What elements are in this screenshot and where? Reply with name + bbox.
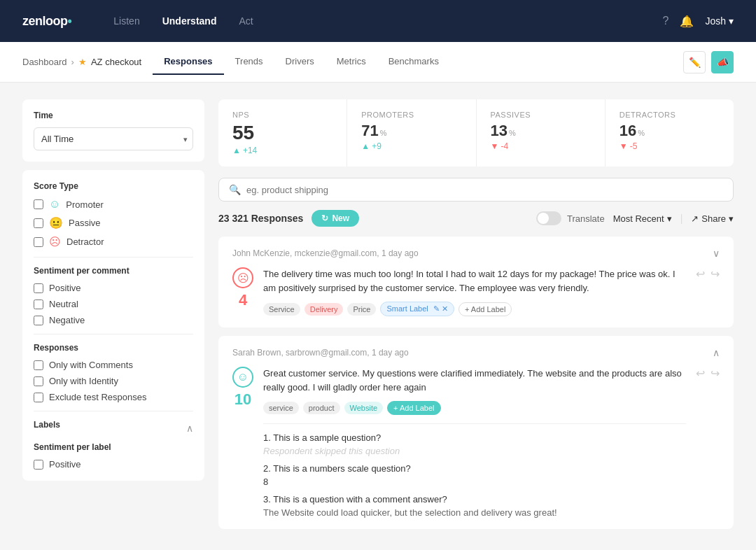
test-checkbox[interactable]	[34, 393, 43, 402]
bell-icon[interactable]: 🔔	[680, 15, 694, 28]
tab-metrics[interactable]: Metrics	[326, 49, 377, 75]
logo: zenloop•	[22, 14, 71, 29]
label-positive-checkbox[interactable]	[34, 460, 43, 470]
nps-change: ▲ +14	[232, 146, 332, 155]
question-1: 1. This is a sample question?	[263, 432, 686, 443]
detractor-label: Detractor	[66, 237, 104, 247]
add-label-button-2[interactable]: + Add Label	[387, 401, 440, 415]
nav-act[interactable]: Act	[239, 13, 253, 29]
new-label: New	[332, 213, 349, 223]
nav-understand[interactable]: Understand	[162, 13, 217, 29]
translate-switch[interactable]	[536, 211, 561, 225]
forward-icon-1[interactable]: ↪	[710, 267, 720, 281]
passives-num: 13	[491, 122, 507, 140]
label-website-2[interactable]: Website	[344, 402, 384, 414]
sidebar-score-section: Score Type ☺ Promoter 😐 Passive ☹ Detrac…	[22, 170, 204, 481]
label-service[interactable]: Service	[263, 303, 300, 316]
card-1-header: John McKenzie, mckenzie@gmail.com, 1 day…	[232, 248, 720, 259]
identity-checkbox[interactable]	[34, 376, 43, 386]
nav-listen[interactable]: Listen	[113, 13, 139, 29]
promoter-icon: ☺	[49, 198, 60, 211]
filter-comments[interactable]: Only with Comments	[34, 360, 193, 370]
breadcrumb-root[interactable]: Dashboard	[22, 57, 67, 67]
detractors-num: 16	[620, 122, 636, 140]
card-2-user: Sarah Brown	[232, 348, 281, 358]
card-2-time: 1 day ago	[372, 348, 409, 358]
labels-collapse-icon[interactable]: ∧	[186, 423, 193, 434]
tab-benchmarks[interactable]: Benchmarks	[377, 49, 450, 75]
promoters-change-value: +9	[372, 141, 382, 151]
card-1-text: The delivery time was much too long! In …	[263, 267, 686, 295]
reply-icon-1[interactable]: ↩	[696, 267, 705, 281]
card-1-score: ☹ 4	[232, 267, 253, 309]
sort-button[interactable]: Most Recent ▾	[613, 213, 672, 224]
score-passive[interactable]: 😐 Passive	[34, 216, 193, 230]
delete-label-icon[interactable]: ✕	[442, 304, 448, 313]
stat-promoters: Promoters 71% ▲ +9	[347, 99, 476, 167]
detractors-change-value: -5	[630, 141, 638, 151]
star-icon: ★	[78, 57, 87, 67]
card-2-collapse[interactable]: ∧	[713, 347, 720, 358]
passive-label: Passive	[69, 218, 101, 228]
card-1-meta: John McKenzie, mckenzie@gmail.com, 1 day…	[232, 248, 419, 258]
promoters-num: 71	[361, 122, 378, 140]
card-2-email: sarbrown@gmail.com	[286, 348, 367, 358]
add-label-button-1[interactable]: + Add Label	[458, 302, 512, 316]
sentiment-positive[interactable]: Positive	[34, 283, 193, 293]
broadcast-button[interactable]: 📣	[711, 51, 734, 73]
new-button[interactable]: ↻ New	[312, 210, 359, 227]
card-2-score: ☺ 10	[232, 367, 253, 409]
passives-change: ▼ -4	[491, 141, 591, 151]
label-smart: Smart Label ✎ ✕	[380, 302, 454, 316]
labels-label: Labels	[34, 420, 60, 430]
filter-identity[interactable]: Only with Identity	[34, 376, 193, 386]
score-type-label: Score Type	[34, 181, 193, 191]
score-detractor[interactable]: ☹ Detractor	[34, 235, 193, 248]
promoters-unit: %	[380, 129, 387, 137]
responses-filters: Only with Comments Only with Identity Ex…	[34, 360, 193, 402]
card-2-score-num: 10	[234, 390, 251, 409]
label-product-2[interactable]: product	[303, 402, 340, 414]
time-select[interactable]: All Time	[34, 127, 193, 150]
stats-row: NPS 55 ▲ +14 Promoters 71% ▲ +9 Passives	[218, 99, 734, 167]
sentiment-neutral[interactable]: Neutral	[34, 299, 193, 309]
detractor-checkbox[interactable]	[34, 237, 43, 247]
neutral-checkbox[interactable]	[34, 299, 43, 309]
card-1-collapse[interactable]: ∨	[713, 248, 720, 259]
promoter-checkbox[interactable]	[34, 199, 43, 209]
positive-checkbox[interactable]	[34, 283, 43, 293]
forward-icon-2[interactable]: ↪	[710, 367, 720, 380]
stat-nps: NPS 55 ▲ +14	[218, 99, 347, 167]
label-service-2[interactable]: service	[263, 402, 299, 414]
search-input[interactable]	[246, 185, 723, 195]
question-2: 2. This is a numbers scale question?	[263, 463, 686, 474]
tab-responses[interactable]: Responses	[153, 49, 223, 75]
time-select-wrapper: All Time ▾	[34, 127, 193, 150]
responses-toolbar: 23 321 Responses ↻ New Translate Most Re…	[218, 210, 734, 227]
comments-checkbox[interactable]	[34, 360, 43, 370]
share-button[interactable]: ↗ Share ▾	[691, 213, 734, 224]
user-menu[interactable]: Josh ▾	[705, 15, 734, 27]
card-2-body: ☺ 10 Great customer service. My question…	[232, 367, 720, 518]
label-positive[interactable]: Positive	[34, 459, 193, 470]
tab-drivers[interactable]: Drivers	[274, 49, 326, 75]
card-1-body: ☹ 4 The delivery time was much too long!…	[232, 267, 720, 316]
edit-label-icon[interactable]: ✎	[433, 304, 440, 313]
reply-icon-2[interactable]: ↩	[696, 367, 705, 380]
negative-label: Negative	[49, 315, 85, 325]
passive-checkbox[interactable]	[34, 218, 43, 228]
card-2-labels: service product Website + Add Label	[263, 401, 686, 415]
card-1-actions: ↩ ↪	[696, 267, 720, 281]
sentiment-negative[interactable]: Negative	[34, 315, 193, 325]
response-card-1: John McKenzie, mckenzie@gmail.com, 1 day…	[218, 237, 734, 327]
filter-test[interactable]: Exclude test Responses	[34, 392, 193, 402]
label-delivery[interactable]: Delivery	[304, 303, 344, 316]
logo-dot: •	[68, 14, 72, 28]
edit-button[interactable]: ✏️	[683, 51, 706, 73]
help-icon[interactable]: ?	[663, 15, 669, 27]
tab-trends[interactable]: Trends	[224, 49, 274, 75]
sentiment-label: Sentiment per comment	[34, 266, 193, 276]
label-price[interactable]: Price	[347, 303, 376, 316]
negative-checkbox[interactable]	[34, 316, 43, 325]
score-promoter[interactable]: ☺ Promoter	[34, 198, 193, 211]
